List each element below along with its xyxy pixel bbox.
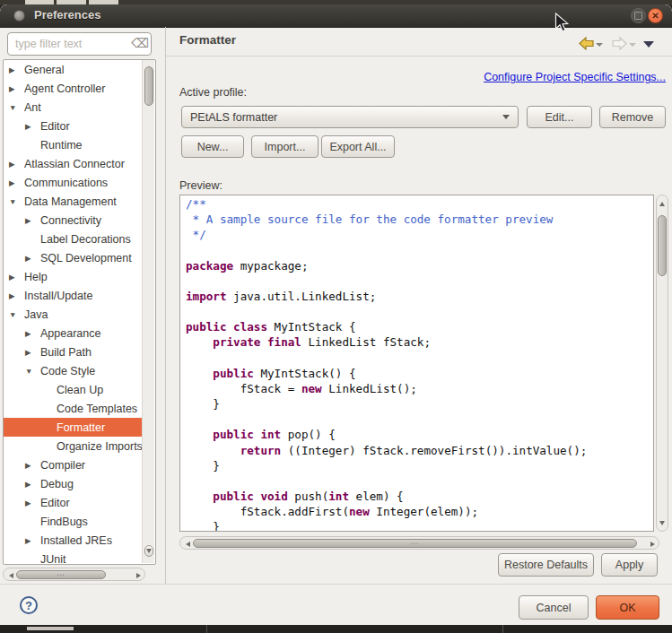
expand-arrow-icon[interactable]: ▶ — [9, 84, 24, 93]
arrow-up-icon — [659, 202, 665, 206]
tree-item-data-management[interactable]: ▼Data Management — [4, 192, 144, 211]
scrollbar-thumb[interactable] — [144, 66, 153, 106]
forward-arrow-icon[interactable] — [612, 37, 627, 50]
preview-code[interactable]: /** * A sample source file for the code … — [179, 195, 654, 532]
expand-arrow-icon[interactable]: ▶ — [25, 254, 40, 263]
expand-arrow-icon[interactable]: ▶ — [9, 65, 24, 74]
tree-item-label: Install/Update — [24, 290, 92, 302]
expand-arrow-icon[interactable]: ▶ — [25, 480, 40, 489]
view-menu-icon[interactable] — [643, 41, 654, 48]
expand-arrow-icon[interactable]: ▶ — [25, 329, 40, 338]
tree-item-code-style[interactable]: ▼Code Style — [4, 361, 144, 380]
tree-item-findbugs[interactable]: FindBugs — [4, 512, 144, 531]
maximize-icon — [634, 12, 642, 20]
tree-item-compiler[interactable]: ▶Compiler — [4, 455, 144, 474]
arrow-down-icon — [659, 521, 665, 525]
maximize-button[interactable] — [631, 8, 646, 23]
page-title: Formatter — [179, 33, 236, 47]
tree-item-code-templates[interactable]: Code Templates — [4, 399, 144, 418]
new-button[interactable]: New... — [181, 135, 244, 158]
clear-filter-icon[interactable]: ⌫ — [131, 36, 149, 50]
tree-item-java[interactable]: ▼Java — [4, 305, 144, 324]
back-history-dropdown-icon[interactable] — [596, 43, 603, 47]
collapse-arrow-icon[interactable]: ▼ — [9, 310, 24, 319]
tree-item-general[interactable]: ▶General — [4, 60, 144, 79]
expand-arrow-icon[interactable]: ▶ — [9, 273, 24, 282]
code-line: import java.util.LinkedList; — [186, 289, 653, 304]
expand-arrow-icon[interactable]: ▶ — [25, 536, 40, 545]
tree-item-installed-jres[interactable]: ▶Installed JREs — [4, 531, 144, 550]
expand-arrow-icon[interactable]: ▶ — [9, 291, 24, 300]
remove-button[interactable]: Remove — [599, 106, 666, 128]
expand-arrow-icon[interactable]: ▶ — [9, 160, 24, 169]
scrollbar-thumb[interactable]: ⋯ — [16, 570, 106, 579]
titlebar[interactable]: Preferences ✕ — [0, 4, 672, 28]
tree-item-help[interactable]: ▶Help — [4, 267, 144, 286]
configure-project-settings-link[interactable]: Configure Project Specific Settings... — [377, 71, 666, 83]
tree-item-clean-up[interactable]: Clean Up — [4, 380, 144, 399]
preview-vertical-scrollbar[interactable] — [656, 195, 668, 532]
tree-item-atlassian-connector[interactable]: ▶Atlassian Connector — [4, 154, 144, 173]
expand-arrow-icon[interactable]: ▶ — [25, 216, 40, 225]
preferences-tree: ▶General▶Agent Controller▼Ant▶EditorRunt… — [3, 59, 156, 565]
scroll-down-button[interactable] — [658, 517, 667, 528]
sidebar-splitter[interactable] — [165, 27, 166, 585]
collapse-arrow-icon[interactable]: ▼ — [25, 367, 40, 376]
scrollbar-thumb[interactable] — [658, 215, 667, 276]
tree-item-ant[interactable]: ▼Ant — [4, 98, 144, 117]
code-line: } — [186, 458, 653, 473]
tree-vertical-scrollbar[interactable] — [142, 60, 154, 563]
tree-item-install-update[interactable]: ▶Install/Update — [4, 286, 144, 305]
edit-button[interactable]: Edit... — [527, 106, 592, 128]
import-button[interactable]: Import... — [251, 135, 319, 158]
header-divider — [166, 56, 672, 56]
cancel-button[interactable]: Cancel — [519, 595, 589, 620]
tree-item-debug[interactable]: ▶Debug — [4, 474, 144, 493]
scroll-right-button[interactable] — [647, 540, 659, 548]
expand-arrow-icon[interactable]: ▶ — [25, 461, 40, 470]
ok-button[interactable]: OK — [596, 595, 659, 620]
restore-defaults-button[interactable]: Restore Defaults — [498, 553, 594, 577]
tree-horizontal-scrollbar[interactable]: ⋯ — [3, 568, 145, 581]
tree-item-communications[interactable]: ▶Communications — [4, 173, 144, 192]
tree-item-formatter[interactable]: Formatter — [4, 418, 144, 437]
expand-arrow-icon[interactable]: ▶ — [25, 122, 40, 131]
expand-arrow-icon[interactable]: ▶ — [25, 499, 40, 507]
tree-item-editor[interactable]: ▶Editor — [4, 493, 144, 512]
code-line: * A sample source file for the code form… — [186, 212, 653, 227]
tree-item-appearance[interactable]: ▶Appearance — [4, 324, 144, 343]
scrollbar-thumb[interactable]: ⋯ — [193, 539, 637, 548]
preview-horizontal-scrollbar[interactable]: ⋯ — [179, 536, 659, 550]
help-button[interactable]: ? — [20, 596, 38, 614]
tree-item-organize-imports[interactable]: Organize Imports — [4, 437, 144, 455]
active-profile-combobox[interactable]: PEtALS formatter — [181, 106, 519, 128]
back-arrow-icon[interactable] — [579, 37, 594, 50]
close-button[interactable]: ✕ — [648, 8, 663, 23]
scroll-up-button[interactable] — [658, 198, 667, 209]
scroll-right-button[interactable] — [133, 571, 144, 579]
scroll-down-button[interactable] — [144, 545, 153, 557]
apply-button[interactable]: Apply — [601, 553, 658, 577]
collapse-arrow-icon[interactable]: ▼ — [9, 197, 24, 206]
tree-item-connectivity[interactable]: ▶Connectivity — [4, 211, 144, 230]
tree-item-editor[interactable]: ▶Editor — [4, 117, 144, 135]
footer-divider — [0, 584, 672, 585]
tree-item-label-decorations[interactable]: Label Decorations — [4, 230, 144, 248]
tree-item-label: Label Decorations — [40, 233, 131, 246]
export-all-button[interactable]: Export All... — [321, 135, 395, 158]
tree-item-runtime[interactable]: Runtime — [4, 135, 144, 154]
tree-item-agent-controller[interactable]: ▶Agent Controller — [4, 79, 144, 98]
expand-arrow-icon[interactable]: ▶ — [9, 178, 24, 187]
filter-input[interactable] — [7, 32, 152, 56]
forward-history-dropdown-icon[interactable] — [629, 43, 636, 47]
collapse-arrow-icon[interactable]: ▼ — [9, 103, 24, 112]
code-line — [186, 242, 653, 257]
tree-item-build-path[interactable]: ▶Build Path — [4, 343, 144, 361]
tree-item-label: Editor — [40, 120, 70, 133]
expand-arrow-icon[interactable]: ▶ — [25, 348, 40, 357]
code-line: } — [186, 396, 653, 412]
code-line — [186, 412, 653, 427]
tree-item-sql-development[interactable]: ▶SQL Development — [4, 248, 144, 267]
background-dash — [27, 627, 74, 630]
tree-item-junit[interactable]: JUnit — [4, 550, 144, 564]
